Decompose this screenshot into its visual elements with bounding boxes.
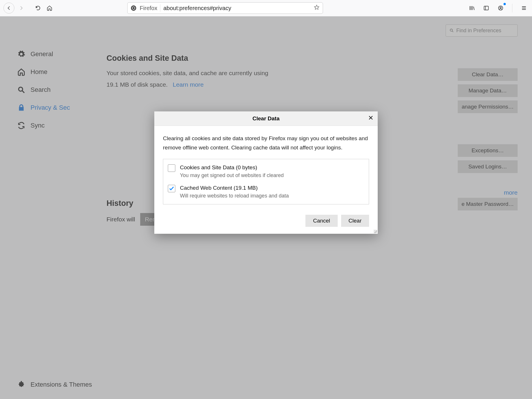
notification-dot — [504, 3, 506, 5]
url-bar[interactable]: Firefox about:preferences#privacy — [127, 2, 323, 14]
identity-label: Firefox — [140, 5, 157, 12]
option-desc: Will require websites to reload images a… — [180, 193, 289, 199]
option-label: Cached Web Content (19.1 MB) — [180, 185, 289, 191]
modal-title: Clear Data — [252, 115, 280, 122]
forward-button[interactable] — [17, 3, 26, 13]
library-icon[interactable] — [467, 3, 476, 13]
close-icon[interactable] — [368, 115, 374, 122]
menu-icon[interactable] — [519, 3, 529, 13]
separator — [512, 4, 512, 12]
option-cache[interactable]: Cached Web Content (19.1 MB) Will requir… — [168, 185, 364, 199]
option-label: Cookies and Site Data (0 bytes) — [180, 164, 284, 171]
svg-point-2 — [133, 7, 135, 9]
clear-data-modal: Clear Data Clearing all cookies and site… — [154, 111, 378, 234]
modal-footer: Cancel Clear — [154, 210, 378, 234]
checkbox-unchecked[interactable] — [168, 164, 175, 172]
account-icon[interactable] — [496, 3, 505, 13]
option-cookies[interactable]: Cookies and Site Data (0 bytes) You may … — [168, 164, 364, 178]
separator — [160, 4, 160, 12]
option-desc: You may get signed out of websites if cl… — [180, 172, 284, 178]
toolbar-right — [467, 3, 529, 13]
svg-rect-3 — [484, 6, 488, 10]
modal-body: Clearing all cookies and site data store… — [154, 126, 378, 210]
back-button[interactable] — [3, 3, 14, 14]
page: General Home Search Privacy & Sec Sync — [0, 16, 532, 399]
sidebar-icon[interactable] — [482, 3, 491, 13]
home-button[interactable] — [45, 3, 54, 13]
svg-point-5 — [500, 7, 501, 8]
browser-toolbar: Firefox about:preferences#privacy — [0, 0, 532, 16]
cancel-button[interactable]: Cancel — [305, 215, 337, 227]
modal-header: Clear Data — [154, 111, 378, 126]
bookmark-star-icon[interactable] — [314, 4, 320, 12]
modal-description: Clearing all cookies and site data store… — [163, 134, 369, 153]
reload-button[interactable] — [33, 3, 43, 13]
checkbox-group: Cookies and Site Data (0 bytes) You may … — [163, 159, 369, 204]
address-text[interactable]: about:preferences#privacy — [163, 5, 311, 12]
firefox-icon — [130, 5, 137, 11]
resize-handle[interactable] — [373, 229, 378, 234]
checkbox-checked[interactable] — [168, 185, 175, 192]
clear-button[interactable]: Clear — [341, 215, 369, 227]
